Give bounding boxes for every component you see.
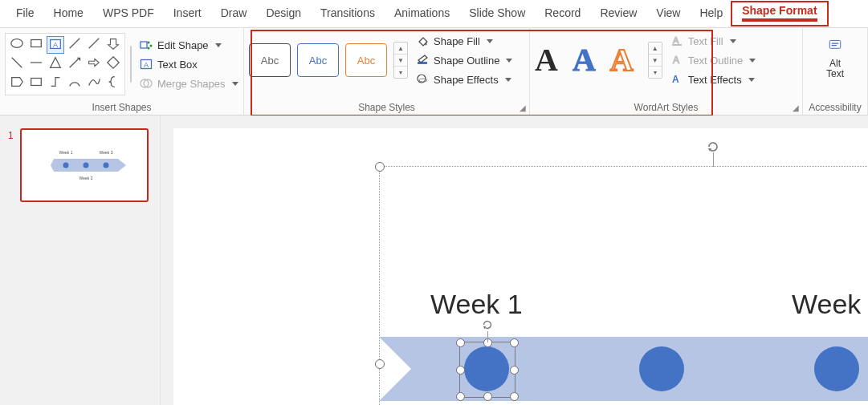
svg-text:A: A	[144, 61, 149, 69]
svg-text:A: A	[672, 74, 679, 85]
tab-animations[interactable]: Animations	[385, 3, 459, 24]
shape-line3-icon[interactable]	[8, 55, 26, 73]
shape-triangle-icon[interactable]	[47, 55, 64, 73]
text-box-icon: A	[140, 58, 153, 71]
shape-style-3[interactable]: Abc	[345, 43, 387, 77]
alt-text-button[interactable]: Alt Text	[818, 33, 852, 81]
shape-arrowshape-icon[interactable]	[85, 55, 103, 73]
tab-view[interactable]: View	[646, 3, 690, 24]
arrow-up-icon[interactable]: ▲	[649, 43, 662, 55]
shape-line2-icon[interactable]	[85, 36, 103, 54]
text-outline-icon: A	[670, 54, 683, 67]
shape-styles-launcher-icon[interactable]: ◢	[518, 103, 528, 113]
svg-point-34	[83, 163, 88, 168]
tab-shape-format-label: Shape Format	[742, 4, 817, 22]
shape-textbox-icon-highlight[interactable]: A	[47, 36, 64, 54]
tab-review[interactable]: Review	[590, 3, 646, 24]
svg-rect-22	[418, 62, 427, 64]
shape-brace-icon[interactable]	[104, 75, 122, 92]
shape-styles-spin[interactable]: ▲ ▼ ▾	[393, 42, 408, 79]
tab-file[interactable]: File	[6, 3, 44, 24]
svg-marker-8	[51, 58, 61, 68]
arrow-down-icon[interactable]: ▼	[649, 55, 662, 67]
group-wordart-styles: A A A ▲ ▼ ▾ A Text Fill A	[530, 28, 803, 115]
slide-thumbnail-1[interactable]: Week 1 Week 2 Week 3	[20, 128, 149, 202]
shape-linearrow-icon[interactable]	[66, 55, 84, 73]
tab-draw[interactable]: Draw	[211, 3, 257, 24]
shape-effects-button[interactable]: Shape Effects	[413, 71, 516, 87]
shape-lineh-icon[interactable]	[27, 55, 45, 73]
svg-point-0	[11, 39, 22, 48]
ribbon: A ▲ ▼ ▾	[0, 27, 868, 115]
edit-shape-button[interactable]: Edit Shape	[137, 37, 242, 53]
tab-design[interactable]: Design	[256, 3, 311, 24]
svg-text:A: A	[53, 41, 58, 49]
timeline-arrow-shape[interactable]	[379, 337, 868, 401]
tab-transitions[interactable]: Transitions	[311, 3, 385, 24]
tab-home[interactable]: Home	[44, 3, 93, 24]
timeline-dot-2[interactable]	[639, 346, 684, 391]
shape-curve-icon[interactable]	[85, 75, 103, 92]
svg-point-24	[419, 79, 427, 82]
shape-arc-icon[interactable]	[66, 75, 84, 92]
wordart-style-2[interactable]: A	[573, 44, 596, 76]
tab-shape-format[interactable]: Shape Format	[732, 1, 828, 26]
svg-text:Week 1: Week 1	[59, 150, 72, 155]
effects-icon	[416, 73, 429, 86]
shape-diamond-icon[interactable]	[104, 55, 122, 73]
shape-rect-icon[interactable]	[27, 36, 45, 54]
arrow-down-icon[interactable]: ▼	[394, 55, 407, 67]
paint-bucket-icon	[416, 34, 429, 47]
dropdown-icon[interactable]: ▾	[649, 67, 662, 78]
svg-rect-31	[832, 45, 837, 46]
text-fill-icon: A	[670, 34, 683, 47]
svg-rect-13	[31, 79, 42, 86]
group-insert-shapes-title: Insert Shapes	[5, 100, 238, 113]
arrow-up-icon[interactable]: ▲	[394, 43, 407, 55]
wordart-launcher-icon[interactable]: ◢	[791, 103, 801, 113]
dropdown-icon[interactable]: ▾	[394, 67, 407, 78]
text-effects-button[interactable]: A Text Effects	[667, 71, 760, 87]
tab-help[interactable]: Help	[690, 3, 732, 24]
shape-rect2-icon[interactable]	[27, 75, 45, 92]
tab-wps-pdf[interactable]: WPS PDF	[93, 3, 164, 24]
shape-elbow-icon[interactable]	[47, 75, 64, 92]
tab-record[interactable]: Record	[535, 3, 590, 24]
merge-shapes-icon	[140, 77, 153, 90]
group-insert-shapes: A ▲ ▼ ▾	[0, 28, 244, 115]
tab-insert[interactable]: Insert	[164, 3, 211, 24]
wordart-style-1[interactable]: A	[535, 44, 558, 76]
rotate-handle-icon[interactable]	[706, 140, 720, 154]
text-fill-label: Text Fill	[688, 35, 723, 47]
group-shape-styles-title: Shape Styles	[249, 100, 524, 113]
shape-style-2[interactable]: Abc	[297, 43, 339, 77]
rotate-handle-icon[interactable]	[481, 318, 494, 334]
shape-style-1[interactable]: Abc	[249, 43, 291, 77]
shape-line-icon[interactable]	[66, 36, 84, 54]
shape-arrowdown-icon[interactable]	[104, 36, 122, 54]
label-week-1[interactable]: Week 1	[430, 289, 523, 320]
shape-effects-label: Shape Effects	[434, 74, 499, 86]
wordart-style-3[interactable]: A	[610, 44, 634, 76]
svg-line-9	[70, 59, 79, 68]
shape-outline-button[interactable]: Shape Outline	[413, 52, 516, 68]
alt-text-icon	[825, 34, 846, 55]
svg-point-17	[148, 47, 150, 50]
shape-fill-button[interactable]: Shape Fill	[413, 33, 516, 49]
shape-pentagon-icon[interactable]	[8, 75, 26, 92]
tab-slide-show[interactable]: Slide Show	[459, 3, 535, 24]
timeline-dot-3[interactable]	[814, 346, 859, 391]
shape-selection[interactable]	[459, 342, 516, 398]
slide-canvas[interactable]: Week 1 Week 3	[161, 115, 868, 405]
shapes-gallery[interactable]: A	[5, 33, 125, 95]
text-box-button[interactable]: A Text Box	[137, 56, 242, 72]
shape-oval-icon[interactable]	[8, 36, 26, 54]
shapes-gallery-spin[interactable]: ▲ ▼ ▾	[130, 46, 132, 83]
text-fill-button: A Text Fill	[667, 33, 760, 49]
svg-rect-14	[141, 42, 147, 48]
shape-fill-label: Shape Fill	[434, 35, 480, 47]
workspace: 1 Week 1 Week 2 Week 3	[0, 115, 868, 405]
wordart-styles-spin[interactable]: ▲ ▼ ▾	[648, 42, 662, 79]
label-week-3[interactable]: Week 3	[792, 289, 868, 320]
svg-point-35	[103, 163, 108, 168]
